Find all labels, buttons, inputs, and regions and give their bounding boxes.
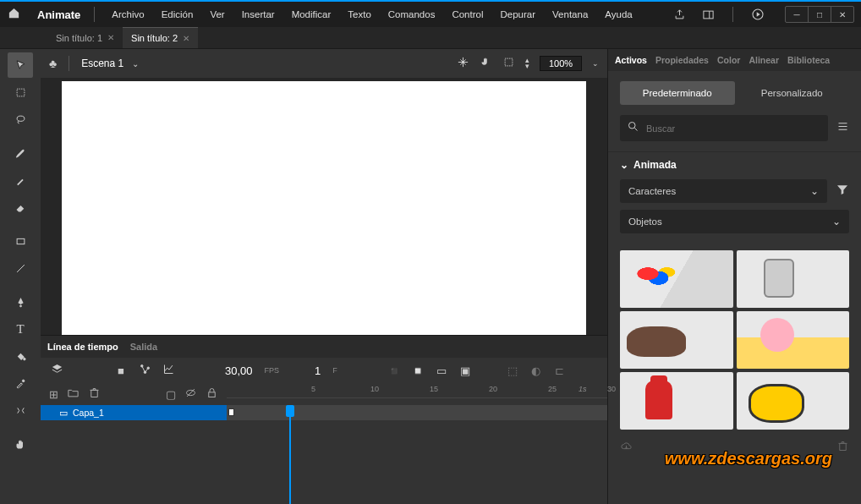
fps-value[interactable]: 30,00 [225,364,253,377]
bucket-tool[interactable] [8,343,33,369]
onion-skin-icon[interactable]: ⬚ [505,364,520,377]
asset-santa[interactable] [620,372,733,430]
menu-modificar[interactable]: Modificar [285,6,338,23]
menu-edicion[interactable]: Edición [155,6,200,23]
tab-linea-de-tiempo[interactable]: Línea de tiempo [47,342,118,352]
tab-activos[interactable]: Activos [615,55,647,65]
menu-texto[interactable]: Texto [341,6,378,23]
tab-propiedades[interactable]: Propiedades [655,55,709,65]
clip-icon[interactable] [457,56,469,71]
asset-snail[interactable] [737,311,850,369]
free-transform-tool[interactable] [8,79,33,105]
tab-salida[interactable]: Salida [130,342,157,352]
search-input[interactable] [646,123,821,134]
menu-insertar[interactable]: Insertar [235,6,282,23]
maximize-button[interactable]: □ [808,6,831,23]
zoom-input[interactable]: 100% [540,56,582,71]
brush-tool[interactable] [8,140,33,166]
trash-icon[interactable] [88,386,101,402]
panel-icon[interactable] [700,7,716,22]
menu-depurar[interactable]: Depurar [494,6,543,23]
fps-label: FPS [265,366,280,375]
onion-range-icon[interactable]: ⊏ [552,364,568,377]
share-icon[interactable] [672,7,687,22]
frame-track[interactable] [227,405,607,420]
paint-brush-tool[interactable] [8,167,33,193]
layer-name[interactable]: Capa_1 [73,408,104,418]
toggle-personalizado[interactable]: Personalizado [735,81,850,105]
camera-icon[interactable]: ■ [113,364,129,377]
keyframe-insert-icon[interactable]: ◾ [387,364,402,377]
doc-tab-2[interactable]: Sin título: 2 ✕ [123,27,198,48]
folder-icon[interactable] [67,386,80,402]
camera-tool[interactable] [8,397,33,423]
asset-mummy[interactable] [737,250,850,308]
close-button[interactable]: ✕ [831,6,854,23]
asset-wolf[interactable] [620,311,733,369]
add-layer-icon[interactable]: ⊞ [49,388,58,401]
trash-icon[interactable] [836,440,849,455]
cloud-download-icon[interactable] [620,440,633,455]
blank-keyframe-icon[interactable]: ◽ [410,364,425,377]
menu-ayuda[interactable]: Ayuda [598,6,639,23]
pen-tool[interactable] [8,289,33,315]
menu-ventana[interactable]: Ventana [546,6,595,23]
toggle-predeterminado[interactable]: Predeterminado [620,81,735,105]
doc-tab-1[interactable]: Sin título: 1 ✕ [47,27,123,48]
zoom-stepper-icon[interactable]: ▴▾ [525,58,529,69]
search-box[interactable] [620,115,828,141]
dropdown-label: Objetos [628,216,662,227]
close-icon[interactable]: ✕ [183,34,189,43]
separator [69,56,69,71]
close-icon[interactable]: ✕ [107,33,114,42]
frame-icon[interactable]: ▭ [434,364,449,377]
layer-row[interactable]: ▭ Capa_1 [41,405,227,420]
menu-archivo[interactable]: Archivo [105,6,151,23]
visibility-icon[interactable] [184,386,197,402]
minimize-button[interactable]: ─ [785,6,809,23]
dropdown-objetos[interactable]: Objetos ⌄ [620,210,849,233]
tab-color[interactable]: Color [717,55,740,65]
hand-tool[interactable] [8,431,33,457]
filter-icon[interactable] [836,183,849,200]
outline-icon[interactable]: ▢ [166,388,176,401]
frame-value[interactable]: 1 [315,364,321,377]
chevron-down-icon[interactable]: ⌄ [592,59,599,68]
home-icon[interactable] [0,7,27,23]
doc-tab-label: Sin título: 1 [56,33,102,43]
scene-name[interactable]: Escena 1 [81,58,123,69]
stage-canvas[interactable] [62,81,586,335]
svg-point-4 [17,116,25,121]
layers-icon[interactable] [49,363,64,378]
graph-icon[interactable] [137,363,152,378]
eraser-tool[interactable] [8,194,33,220]
auto-keyframe-icon[interactable]: ▣ [458,364,473,377]
list-view-icon[interactable] [836,120,849,136]
lasso-tool[interactable] [8,107,33,132]
chart-icon[interactable] [161,363,176,378]
text-tool[interactable]: T [8,316,33,342]
play-icon[interactable] [750,7,765,22]
rectangle-tool[interactable] [8,228,33,254]
chevron-down-icon[interactable]: ⌄ [132,59,139,68]
onion-outline-icon[interactable]: ◐ [529,364,544,377]
menu-comandos[interactable]: Comandos [381,6,442,23]
asset-parrot[interactable] [620,250,733,308]
chevron-down-icon: ⌄ [810,185,819,197]
svg-rect-10 [505,58,513,66]
selection-tool[interactable] [8,52,33,78]
keyframe[interactable] [228,408,234,416]
rotate-icon[interactable] [480,56,492,71]
asset-dog[interactable] [737,372,850,430]
line-tool[interactable] [8,255,33,281]
lock-icon[interactable] [206,386,218,402]
menu-control[interactable]: Control [445,6,490,23]
mask-icon[interactable] [502,56,515,71]
dropdown-caracteres[interactable]: Caracteres ⌄ [620,179,827,203]
eyedropper-tool[interactable] [8,370,33,396]
tab-biblioteca[interactable]: Biblioteca [787,55,830,65]
tab-alinear[interactable]: Alinear [749,55,779,65]
menu-ver[interactable]: Ver [203,6,231,23]
chevron-down-icon[interactable]: ⌄ [620,159,628,171]
playhead[interactable] [286,405,294,504]
